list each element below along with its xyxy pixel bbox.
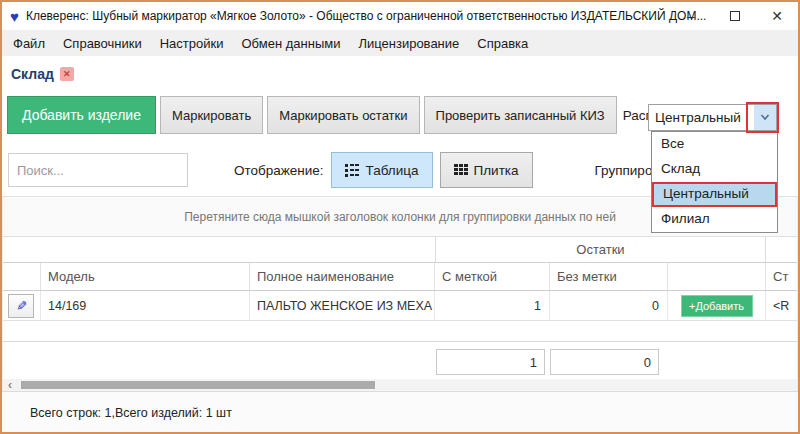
status-bar: Всего строк: 1,Всего изделий: 1 шт bbox=[2, 391, 798, 433]
menu-data-exchange[interactable]: Обмен данными bbox=[232, 36, 349, 51]
dropdown-option-sklad[interactable]: Склад bbox=[652, 157, 777, 182]
maximize-button[interactable] bbox=[720, 2, 750, 30]
scroll-left-icon[interactable]: ‹ bbox=[8, 378, 12, 392]
cell-add: +Добавить bbox=[668, 291, 766, 320]
summary-row: 1 0 bbox=[3, 341, 797, 379]
menu-bar: Файл Справочники Настройки Обмен данными… bbox=[2, 30, 798, 56]
app-logo-icon: ♥ bbox=[10, 9, 19, 24]
location-selected-value: Центральный bbox=[649, 105, 754, 130]
header-icon-col bbox=[3, 263, 41, 290]
menu-directories[interactable]: Справочники bbox=[54, 36, 151, 51]
band-empty-left bbox=[3, 237, 435, 262]
tab-bar: Склад ✕ bbox=[2, 56, 798, 92]
view-tile-label: Плитка bbox=[474, 163, 519, 178]
menu-file[interactable]: Файл bbox=[4, 36, 54, 51]
grouping-label: Группиро bbox=[595, 163, 653, 178]
tab-close-icon[interactable]: ✕ bbox=[60, 67, 74, 81]
window-title: Клеверенс: Шубный маркиратор «Мягкое Зол… bbox=[26, 9, 707, 23]
row-add-button[interactable]: +Добавить bbox=[681, 295, 753, 317]
row-edit-cell: ✎ bbox=[3, 291, 41, 320]
summary-without-tag: 0 bbox=[550, 349, 659, 375]
menu-help[interactable]: Справка bbox=[468, 36, 537, 51]
grid-empty-area bbox=[3, 321, 797, 341]
tile-view-icon bbox=[454, 164, 468, 177]
band-ostatki[interactable]: Остатки bbox=[435, 237, 766, 262]
check-kiz-button[interactable]: Проверить записанный КИЗ bbox=[424, 96, 617, 134]
table-row[interactable]: ✎ 14/169 ПАЛЬТО ЖЕНСКОЕ ИЗ МЕХА НО... 1 … bbox=[3, 291, 797, 321]
header-add-col bbox=[668, 263, 766, 290]
view-tile-button[interactable]: Плитка bbox=[440, 152, 533, 188]
band-header-row: Остатки bbox=[3, 237, 797, 263]
view-mode-label: Отображение: bbox=[234, 163, 324, 178]
pencil-icon: ✎ bbox=[14, 300, 29, 311]
dropdown-option-all[interactable]: Все bbox=[652, 132, 777, 157]
close-button[interactable]: ✕ bbox=[762, 2, 792, 30]
header-without-tag[interactable]: Без метки bbox=[550, 263, 668, 290]
edit-row-button[interactable]: ✎ bbox=[8, 294, 34, 318]
minimize-button[interactable]: – bbox=[676, 2, 706, 30]
cell-without-tag: 0 bbox=[550, 291, 668, 320]
combobox-dropdown-button[interactable] bbox=[754, 105, 776, 130]
add-product-button[interactable]: Добавить изделие bbox=[7, 96, 156, 134]
cell-with-tag: 1 bbox=[435, 291, 550, 320]
title-bar: ♥ Клеверенс: Шубный маркиратор «Мягкое З… bbox=[2, 2, 798, 30]
band-empty-right bbox=[766, 237, 797, 262]
header-with-tag[interactable]: С меткой bbox=[435, 263, 550, 290]
header-full-name[interactable]: Полное наименование bbox=[250, 263, 435, 290]
chevron-down-icon bbox=[760, 114, 770, 121]
menu-licensing[interactable]: Лицензирование bbox=[349, 36, 468, 51]
dropdown-option-filial[interactable]: Филиал bbox=[652, 207, 777, 232]
tab-sklad[interactable]: Склад bbox=[11, 66, 54, 82]
location-combobox[interactable]: Центральный bbox=[648, 104, 777, 131]
search-input[interactable] bbox=[8, 153, 188, 187]
horizontal-scrollbar[interactable]: ‹ bbox=[3, 379, 797, 391]
view-table-button[interactable]: Таблица bbox=[331, 152, 433, 188]
status-text: Всего строк: 1,Всего изделий: 1 шт bbox=[30, 406, 232, 420]
column-header-row: Модель Полное наименование С меткой Без … bbox=[3, 263, 797, 291]
header-status[interactable]: Ст bbox=[766, 263, 797, 290]
header-model[interactable]: Модель bbox=[41, 263, 250, 290]
mark-button[interactable]: Маркировать bbox=[160, 96, 263, 134]
cell-full-name: ПАЛЬТО ЖЕНСКОЕ ИЗ МЕХА НО... bbox=[250, 291, 435, 320]
dropdown-option-central[interactable]: Центральный bbox=[652, 182, 777, 207]
scrollbar-thumb[interactable] bbox=[21, 381, 375, 389]
table-view-icon bbox=[345, 164, 360, 177]
menu-settings[interactable]: Настройки bbox=[151, 36, 233, 51]
summary-with-tag: 1 bbox=[436, 349, 545, 375]
view-table-label: Таблица bbox=[366, 163, 419, 178]
app-window: ♥ Клеверенс: Шубный маркиратор «Мягкое З… bbox=[0, 0, 800, 434]
location-dropdown-panel: Все Склад Центральный Филиал bbox=[651, 131, 778, 233]
cell-status: <R bbox=[766, 291, 797, 320]
cell-model: 14/169 bbox=[41, 291, 250, 320]
maximize-icon bbox=[730, 11, 740, 21]
mark-rest-button[interactable]: Маркировать остатки bbox=[267, 96, 419, 134]
